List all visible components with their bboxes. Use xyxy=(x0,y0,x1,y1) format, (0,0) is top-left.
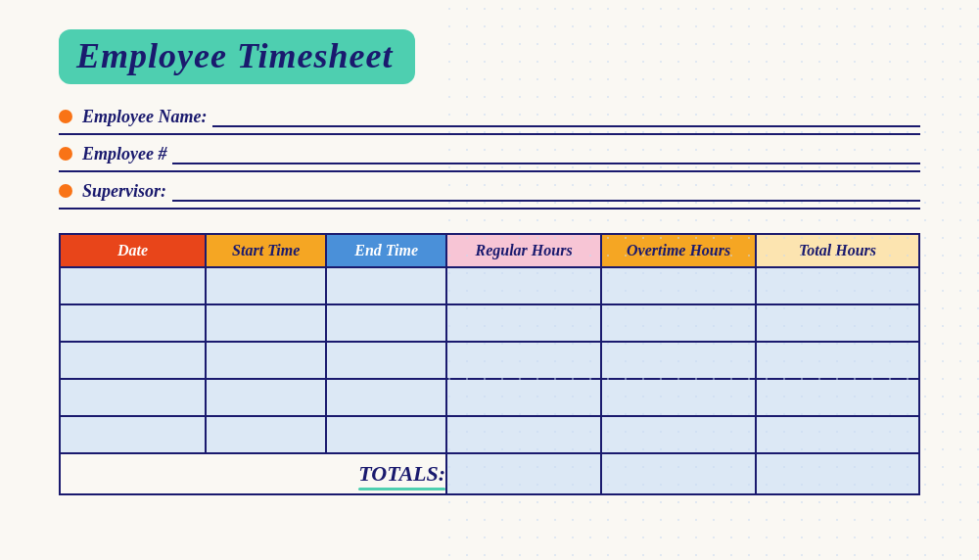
cell-date-2[interactable] xyxy=(60,304,206,342)
bullet-employee-name xyxy=(59,110,72,123)
totals-label-cell: TOTALS: xyxy=(326,453,446,494)
bullet-supervisor xyxy=(59,184,72,198)
header-total-hours: Total Hours xyxy=(756,234,919,267)
header-overtime-label: Overtime Hours xyxy=(602,235,755,266)
totals-row: TOTALS: xyxy=(60,453,919,494)
table-row xyxy=(60,416,919,453)
cell-end-4[interactable] xyxy=(326,379,446,416)
table-row xyxy=(60,267,919,304)
cell-regular-1[interactable] xyxy=(446,267,601,304)
header-date-label: Date xyxy=(61,235,205,266)
header-date: Date xyxy=(60,234,206,267)
page: Employee Timesheet Employee Name: Employ… xyxy=(0,0,979,560)
header-regular-hours: Regular Hours xyxy=(446,234,601,267)
title-wrapper: Employee Timesheet xyxy=(59,29,415,84)
cell-total-4[interactable] xyxy=(756,379,919,416)
header-total-label: Total Hours xyxy=(757,235,918,266)
cell-start-5[interactable] xyxy=(206,416,326,453)
cell-regular-2[interactable] xyxy=(446,304,601,342)
cell-overtime-5[interactable] xyxy=(601,416,756,453)
cell-end-5[interactable] xyxy=(326,416,446,453)
employee-number-label: Employee # xyxy=(82,144,166,164)
totals-total[interactable] xyxy=(756,453,919,494)
totals-regular[interactable] xyxy=(446,453,601,494)
page-title: Employee Timesheet xyxy=(76,36,394,75)
cell-date-1[interactable] xyxy=(60,267,206,304)
employee-name-label: Employee Name: xyxy=(82,107,207,127)
table-header-row: Date Start Time End Time Regular Hours O… xyxy=(60,234,919,267)
cell-overtime-3[interactable] xyxy=(601,342,756,379)
supervisor-line xyxy=(172,180,920,202)
cell-start-2[interactable] xyxy=(206,304,326,342)
totals-spacer xyxy=(60,453,326,494)
cell-date-3[interactable] xyxy=(60,342,206,379)
header-end-time: End Time xyxy=(326,234,446,267)
divider-2 xyxy=(59,170,920,172)
cell-end-2[interactable] xyxy=(326,304,446,342)
header-start-label: Start Time xyxy=(207,235,325,266)
cell-total-3[interactable] xyxy=(756,342,919,379)
cell-total-5[interactable] xyxy=(756,416,919,453)
header-start-time: Start Time xyxy=(206,234,326,267)
cell-overtime-2[interactable] xyxy=(601,304,756,342)
cell-date-5[interactable] xyxy=(60,416,206,453)
cell-date-4[interactable] xyxy=(60,379,206,416)
cell-overtime-1[interactable] xyxy=(601,267,756,304)
header-end-label: End Time xyxy=(327,235,445,266)
supervisor-label: Supervisor: xyxy=(82,181,166,202)
employee-number-row: Employee # xyxy=(59,143,920,164)
supervisor-row: Supervisor: xyxy=(59,180,920,202)
cell-end-3[interactable] xyxy=(326,342,446,379)
cell-start-3[interactable] xyxy=(206,342,326,379)
divider-3 xyxy=(59,208,920,210)
cell-total-1[interactable] xyxy=(756,267,919,304)
employee-number-line xyxy=(172,143,920,164)
cell-start-4[interactable] xyxy=(206,379,326,416)
cell-regular-5[interactable] xyxy=(446,416,601,453)
employee-name-row: Employee Name: xyxy=(59,106,920,127)
cell-overtime-4[interactable] xyxy=(601,379,756,416)
totals-overtime[interactable] xyxy=(601,453,756,494)
cell-regular-3[interactable] xyxy=(446,342,601,379)
fields-section: Employee Name: Employee # Supervisor: xyxy=(59,106,920,210)
cell-regular-4[interactable] xyxy=(446,379,601,416)
title-highlight: Employee Timesheet xyxy=(59,29,415,84)
employee-name-line xyxy=(212,106,920,127)
table-row xyxy=(60,304,919,342)
timesheet-table: Date Start Time End Time Regular Hours O… xyxy=(59,233,920,495)
header-overtime-hours: Overtime Hours xyxy=(601,234,756,267)
bullet-employee-number xyxy=(59,147,72,161)
cell-start-1[interactable] xyxy=(206,267,326,304)
cell-total-2[interactable] xyxy=(756,304,919,342)
cell-end-1[interactable] xyxy=(326,267,446,304)
header-regular-label: Regular Hours xyxy=(447,235,600,266)
divider-1 xyxy=(59,133,920,135)
totals-label: TOTALS: xyxy=(358,461,445,487)
table-row xyxy=(60,379,919,416)
table-row xyxy=(60,342,919,379)
